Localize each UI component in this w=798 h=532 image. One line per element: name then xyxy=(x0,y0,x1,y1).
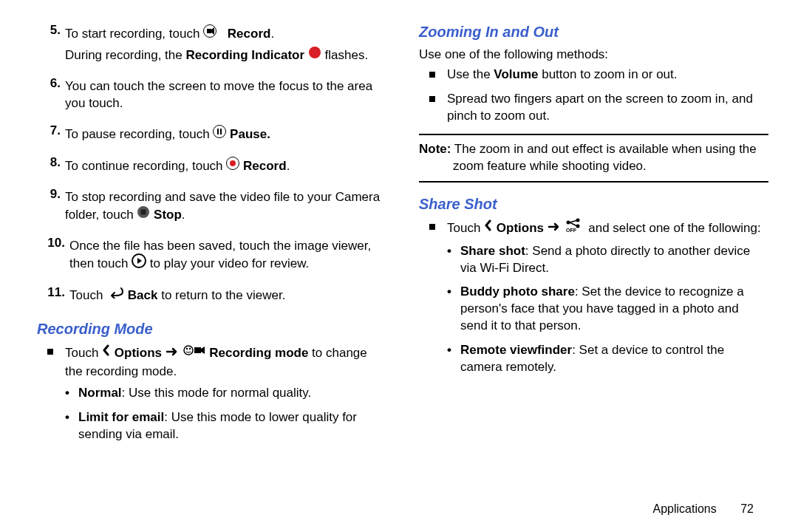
page-footer: Applications 72 xyxy=(652,501,754,517)
share-option: Buddy photo share: Set the device to rec… xyxy=(447,284,768,335)
manual-page: 5.To start recording, touch Record.Durin… xyxy=(0,0,798,532)
step-body: You can touch the screen to move the foc… xyxy=(65,75,386,115)
stop-icon xyxy=(137,205,150,224)
step-line: To stop recording and save the video fil… xyxy=(65,189,386,225)
zoom-methods-list: Use the Volume button to zoom in or out.… xyxy=(419,66,768,125)
left-column: 5.To start recording, touch Record.Durin… xyxy=(37,22,403,525)
videocam-icon xyxy=(203,24,224,43)
step-line: You can touch the screen to move the foc… xyxy=(65,78,386,112)
step-body: To continue recording, touch Record. xyxy=(65,154,386,179)
chevron-icon xyxy=(484,219,493,236)
recmode-icon xyxy=(183,343,206,363)
step-line: Touch Back to return to the viewer. xyxy=(69,287,386,304)
zoom-intro: Use one of the following methods: xyxy=(419,47,768,64)
recording-mode-options: Normal: Use this mode for normal quality… xyxy=(65,385,386,443)
step-body: To stop recording and save the video fil… xyxy=(65,186,386,228)
recording-mode-option: Limit for email: Use this mode to lower … xyxy=(65,409,386,443)
arrow-icon xyxy=(166,344,179,361)
step-item: 5.To start recording, touch Record.Durin… xyxy=(37,22,386,68)
step-item: 6.You can touch the screen to move the f… xyxy=(37,75,386,115)
step-body: Once the file has been saved, touch the … xyxy=(69,235,386,278)
share-shot-block: Touch Options and select one of the foll… xyxy=(419,219,768,377)
step-number: 8. xyxy=(37,154,65,179)
step-line: To start recording, touch Record. xyxy=(65,25,386,44)
footer-chapter: Applications xyxy=(652,502,716,515)
chevron-icon xyxy=(102,344,111,361)
share-option: Share shot: Send a photo directly to ano… xyxy=(447,243,768,277)
step-item: 11.Touch Back to return to the viewer. xyxy=(37,284,386,307)
back-icon xyxy=(106,287,124,304)
arrow-icon xyxy=(548,219,561,236)
step-item: 8.To continue recording, touch Record. xyxy=(37,154,386,179)
recording-mode-intro: Touch Options Recording mode to change t… xyxy=(37,344,386,443)
zoom-method: Spread two fingers apart on the screen t… xyxy=(419,91,768,125)
note-text-line2: zoom feature while shooting video. xyxy=(419,158,768,175)
recording-mode-block: Touch Options Recording mode to change t… xyxy=(37,344,386,443)
note-text-line1: The zoom in and out effect is available … xyxy=(451,142,756,156)
reddot-icon xyxy=(308,46,321,64)
footer-page-number: 72 xyxy=(740,502,754,515)
recdot-icon xyxy=(226,157,239,175)
recording-mode-heading: Recording Mode xyxy=(37,319,386,339)
step-number: 9. xyxy=(37,186,65,228)
step-body: To start recording, touch Record.During … xyxy=(65,22,386,68)
share-shot-intro: Touch Options and select one of the foll… xyxy=(419,219,768,377)
step-line: During recording, the Recording Indicato… xyxy=(65,47,386,65)
step-number: 5. xyxy=(37,22,65,68)
zoom-note: Note: The zoom in and out effect is avai… xyxy=(419,134,768,183)
shareoff-icon xyxy=(565,218,585,238)
step-line: Once the file has been saved, touch the … xyxy=(69,238,386,275)
share-shot-options: Share shot: Send a photo directly to ano… xyxy=(447,243,768,377)
step-number: 6. xyxy=(37,75,65,115)
zoom-method: Use the Volume button to zoom in or out. xyxy=(419,66,768,83)
recording-mode-option: Normal: Use this mode for normal quality… xyxy=(65,385,386,402)
right-column: Zooming In and Out Use one of the follow… xyxy=(403,22,768,525)
step-number: 11. xyxy=(37,284,69,307)
step-number: 7. xyxy=(37,123,65,147)
playcircle-icon xyxy=(132,253,146,273)
step-line: To continue recording, touch Record. xyxy=(65,157,386,176)
zoom-heading: Zooming In and Out xyxy=(419,22,768,42)
step-item: 10.Once the file has been saved, touch t… xyxy=(37,235,386,278)
step-body: To pause recording, touch Pause. xyxy=(65,123,386,147)
step-line: To pause recording, touch Pause. xyxy=(65,126,386,144)
pause-icon xyxy=(213,125,226,143)
step-number: 10. xyxy=(37,235,69,278)
share-option: Remote viewfinder: Set a device to contr… xyxy=(447,342,768,376)
share-shot-heading: Share Shot xyxy=(419,194,768,214)
step-item: 7.To pause recording, touch Pause. xyxy=(37,123,386,147)
note-label: Note: xyxy=(419,142,451,156)
step-item: 9.To stop recording and save the video f… xyxy=(37,186,386,228)
step-body: Touch Back to return to the viewer. xyxy=(69,284,386,307)
recording-steps-list: 5.To start recording, touch Record.Durin… xyxy=(37,22,386,307)
